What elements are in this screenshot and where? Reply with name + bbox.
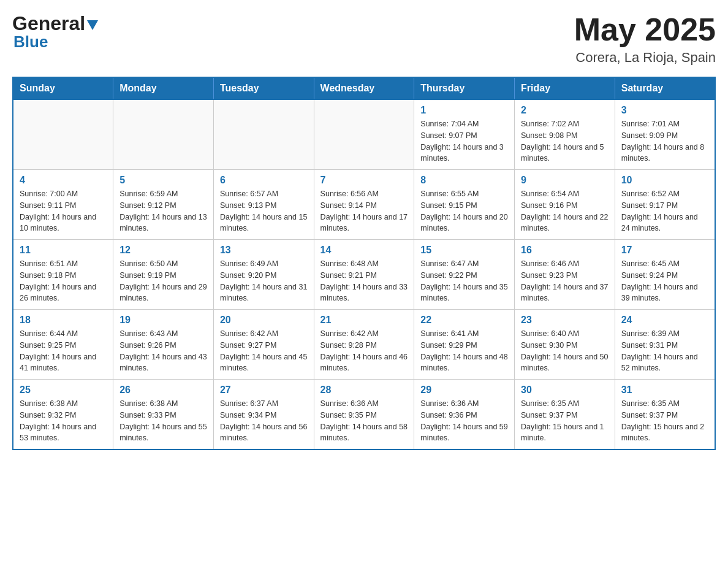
day-of-week-header: Monday <box>113 77 214 99</box>
day-info: Sunrise: 6:37 AM Sunset: 9:34 PM Dayligh… <box>220 398 308 444</box>
day-info: Sunrise: 6:39 AM Sunset: 9:31 PM Dayligh… <box>621 328 708 374</box>
calendar-day-cell: 26Sunrise: 6:38 AM Sunset: 9:33 PM Dayli… <box>113 380 214 450</box>
day-of-week-header: Sunday <box>13 77 113 99</box>
day-info: Sunrise: 6:57 AM Sunset: 9:13 PM Dayligh… <box>220 188 308 234</box>
day-info: Sunrise: 6:36 AM Sunset: 9:36 PM Dayligh… <box>420 398 508 444</box>
calendar-day-cell: 11Sunrise: 6:51 AM Sunset: 9:18 PM Dayli… <box>13 240 113 310</box>
calendar-day-cell: 9Sunrise: 6:54 AM Sunset: 9:16 PM Daylig… <box>515 170 615 240</box>
day-info: Sunrise: 6:51 AM Sunset: 9:18 PM Dayligh… <box>20 258 107 304</box>
calendar-day-cell: 19Sunrise: 6:43 AM Sunset: 9:26 PM Dayli… <box>113 310 214 380</box>
calendar-day-cell: 2Sunrise: 7:02 AM Sunset: 9:08 PM Daylig… <box>515 99 615 170</box>
day-number: 26 <box>119 385 207 396</box>
calendar-week-row: 11Sunrise: 6:51 AM Sunset: 9:18 PM Dayli… <box>13 240 715 310</box>
day-number: 28 <box>320 385 408 396</box>
day-info: Sunrise: 6:38 AM Sunset: 9:33 PM Dayligh… <box>119 398 207 444</box>
day-info: Sunrise: 6:36 AM Sunset: 9:35 PM Dayligh… <box>320 398 408 444</box>
day-info: Sunrise: 7:01 AM Sunset: 9:09 PM Dayligh… <box>621 118 708 164</box>
calendar-day-cell: 25Sunrise: 6:38 AM Sunset: 9:32 PM Dayli… <box>13 380 113 450</box>
day-number: 25 <box>20 385 107 396</box>
calendar-day-cell: 3Sunrise: 7:01 AM Sunset: 9:09 PM Daylig… <box>615 99 715 170</box>
calendar-week-row: 4Sunrise: 7:00 AM Sunset: 9:11 PM Daylig… <box>13 170 715 240</box>
day-info: Sunrise: 6:38 AM Sunset: 9:32 PM Dayligh… <box>20 398 107 444</box>
day-number: 2 <box>521 105 609 116</box>
day-info: Sunrise: 6:40 AM Sunset: 9:30 PM Dayligh… <box>521 328 609 374</box>
day-of-week-header: Wednesday <box>314 77 414 99</box>
day-number: 14 <box>320 245 408 256</box>
calendar-day-cell: 5Sunrise: 6:59 AM Sunset: 9:12 PM Daylig… <box>113 170 214 240</box>
calendar-day-cell: 21Sunrise: 6:42 AM Sunset: 9:28 PM Dayli… <box>314 310 414 380</box>
day-number: 11 <box>20 245 107 256</box>
calendar-week-row: 25Sunrise: 6:38 AM Sunset: 9:32 PM Dayli… <box>13 380 715 450</box>
calendar-day-cell: 18Sunrise: 6:44 AM Sunset: 9:25 PM Dayli… <box>13 310 113 380</box>
logo-triangle-icon <box>87 20 98 30</box>
day-info: Sunrise: 6:35 AM Sunset: 9:37 PM Dayligh… <box>521 398 609 444</box>
day-number: 21 <box>320 315 408 326</box>
calendar-week-row: 1Sunrise: 7:04 AM Sunset: 9:07 PM Daylig… <box>13 99 715 170</box>
calendar-day-cell: 16Sunrise: 6:46 AM Sunset: 9:23 PM Dayli… <box>515 240 615 310</box>
calendar-day-cell: 29Sunrise: 6:36 AM Sunset: 9:36 PM Dayli… <box>414 380 515 450</box>
day-info: Sunrise: 6:42 AM Sunset: 9:27 PM Dayligh… <box>220 328 308 374</box>
day-number: 15 <box>420 245 508 256</box>
day-info: Sunrise: 6:46 AM Sunset: 9:23 PM Dayligh… <box>521 258 609 304</box>
calendar-day-cell: 22Sunrise: 6:41 AM Sunset: 9:29 PM Dayli… <box>414 310 515 380</box>
calendar-day-cell: 8Sunrise: 6:55 AM Sunset: 9:15 PM Daylig… <box>414 170 515 240</box>
day-of-week-header: Tuesday <box>213 77 314 99</box>
page-header: General Blue May 2025 Corera, La Rioja, … <box>12 12 716 66</box>
calendar-header: SundayMondayTuesdayWednesdayThursdayFrid… <box>13 77 715 99</box>
day-number: 9 <box>521 175 609 186</box>
day-info: Sunrise: 6:35 AM Sunset: 9:37 PM Dayligh… <box>621 398 708 444</box>
day-of-week-header: Saturday <box>615 77 715 99</box>
day-info: Sunrise: 6:54 AM Sunset: 9:16 PM Dayligh… <box>521 188 609 234</box>
calendar-day-cell <box>314 99 414 170</box>
day-info: Sunrise: 6:50 AM Sunset: 9:19 PM Dayligh… <box>119 258 207 304</box>
title-block: May 2025 Corera, La Rioja, Spain <box>574 12 716 66</box>
day-of-week-header: Friday <box>515 77 615 99</box>
day-number: 4 <box>20 175 107 186</box>
day-number: 12 <box>119 245 207 256</box>
day-number: 10 <box>621 175 708 186</box>
calendar-day-cell: 6Sunrise: 6:57 AM Sunset: 9:13 PM Daylig… <box>213 170 314 240</box>
day-number: 1 <box>420 105 508 116</box>
day-number: 3 <box>621 105 708 116</box>
day-number: 5 <box>119 175 207 186</box>
day-info: Sunrise: 6:44 AM Sunset: 9:25 PM Dayligh… <box>20 328 107 374</box>
calendar-body: 1Sunrise: 7:04 AM Sunset: 9:07 PM Daylig… <box>13 99 715 450</box>
calendar-day-cell: 24Sunrise: 6:39 AM Sunset: 9:31 PM Dayli… <box>615 310 715 380</box>
day-info: Sunrise: 6:43 AM Sunset: 9:26 PM Dayligh… <box>119 328 207 374</box>
day-info: Sunrise: 7:02 AM Sunset: 9:08 PM Dayligh… <box>521 118 609 164</box>
day-info: Sunrise: 7:00 AM Sunset: 9:11 PM Dayligh… <box>20 188 107 234</box>
calendar-day-cell: 28Sunrise: 6:36 AM Sunset: 9:35 PM Dayli… <box>314 380 414 450</box>
day-info: Sunrise: 6:45 AM Sunset: 9:24 PM Dayligh… <box>621 258 708 304</box>
day-number: 19 <box>119 315 207 326</box>
calendar-day-cell: 14Sunrise: 6:48 AM Sunset: 9:21 PM Dayli… <box>314 240 414 310</box>
calendar-day-cell: 23Sunrise: 6:40 AM Sunset: 9:30 PM Dayli… <box>515 310 615 380</box>
calendar-day-cell: 12Sunrise: 6:50 AM Sunset: 9:19 PM Dayli… <box>113 240 214 310</box>
day-number: 29 <box>420 385 508 396</box>
calendar-day-cell <box>213 99 314 170</box>
calendar-day-cell: 13Sunrise: 6:49 AM Sunset: 9:20 PM Dayli… <box>213 240 314 310</box>
day-number: 13 <box>220 245 308 256</box>
day-of-week-header: Thursday <box>414 77 515 99</box>
logo-blue-text: Blue <box>13 33 48 52</box>
day-info: Sunrise: 7:04 AM Sunset: 9:07 PM Dayligh… <box>420 118 508 164</box>
month-title: May 2025 <box>574 12 716 47</box>
logo-general-text: General <box>12 12 85 35</box>
day-number: 20 <box>220 315 308 326</box>
logo: General Blue <box>12 12 98 52</box>
day-number: 27 <box>220 385 308 396</box>
day-info: Sunrise: 6:47 AM Sunset: 9:22 PM Dayligh… <box>420 258 508 304</box>
calendar-day-cell: 31Sunrise: 6:35 AM Sunset: 9:37 PM Dayli… <box>615 380 715 450</box>
day-number: 22 <box>420 315 508 326</box>
day-info: Sunrise: 6:56 AM Sunset: 9:14 PM Dayligh… <box>320 188 408 234</box>
calendar-day-cell: 30Sunrise: 6:35 AM Sunset: 9:37 PM Dayli… <box>515 380 615 450</box>
calendar-day-cell: 20Sunrise: 6:42 AM Sunset: 9:27 PM Dayli… <box>213 310 314 380</box>
day-info: Sunrise: 6:41 AM Sunset: 9:29 PM Dayligh… <box>420 328 508 374</box>
calendar-day-cell: 17Sunrise: 6:45 AM Sunset: 9:24 PM Dayli… <box>615 240 715 310</box>
day-info: Sunrise: 6:42 AM Sunset: 9:28 PM Dayligh… <box>320 328 408 374</box>
day-number: 7 <box>320 175 408 186</box>
day-info: Sunrise: 6:49 AM Sunset: 9:20 PM Dayligh… <box>220 258 308 304</box>
day-number: 8 <box>420 175 508 186</box>
calendar-day-cell: 1Sunrise: 7:04 AM Sunset: 9:07 PM Daylig… <box>414 99 515 170</box>
day-number: 23 <box>521 315 609 326</box>
calendar-table: SundayMondayTuesdayWednesdayThursdayFrid… <box>12 77 716 450</box>
